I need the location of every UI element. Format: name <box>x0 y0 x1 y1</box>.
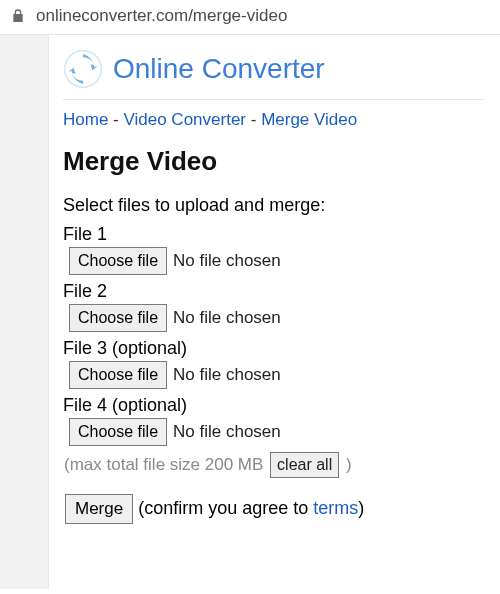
file-label: File 3 (optional) <box>63 338 484 359</box>
terms-link[interactable]: terms <box>313 498 358 518</box>
max-size-text: (max total file size 200 MB <box>64 455 268 474</box>
confirm-text-suffix: ) <box>358 498 364 518</box>
intro-text: Select files to upload and merge: <box>63 195 484 216</box>
breadcrumb-home[interactable]: Home <box>63 110 108 129</box>
file-label: File 2 <box>63 281 484 302</box>
file-status: No file chosen <box>173 251 281 271</box>
submit-row: Merge (confirm you agree to terms) <box>65 494 484 524</box>
file-label: File 4 (optional) <box>63 395 484 416</box>
file-status: No file chosen <box>173 365 281 385</box>
breadcrumb: Home - Video Converter - Merge Video <box>63 110 484 130</box>
address-bar: onlineconverter.com/merge-video <box>0 0 500 35</box>
file-label: File 1 <box>63 224 484 245</box>
choose-file-button[interactable]: Choose file <box>69 247 167 275</box>
lock-icon <box>10 8 26 24</box>
left-gutter <box>0 35 48 589</box>
refresh-arrows-icon <box>63 49 103 89</box>
max-size-suffix: ) <box>341 455 351 474</box>
breadcrumb-sep: - <box>246 110 261 129</box>
address-text: onlineconverter.com/merge-video <box>36 6 287 26</box>
confirm-text-prefix: (confirm you agree to <box>133 498 313 518</box>
file-status: No file chosen <box>173 308 281 328</box>
brand-title: Online Converter <box>113 53 325 85</box>
page-title: Merge Video <box>63 146 484 177</box>
file-status: No file chosen <box>173 422 281 442</box>
brand[interactable]: Online Converter <box>63 49 484 89</box>
choose-file-button[interactable]: Choose file <box>69 304 167 332</box>
merge-button[interactable]: Merge <box>65 494 133 524</box>
clear-all-button[interactable]: clear all <box>270 452 339 478</box>
divider <box>63 99 484 100</box>
breadcrumb-video-converter[interactable]: Video Converter <box>123 110 246 129</box>
choose-file-button[interactable]: Choose file <box>69 361 167 389</box>
choose-file-button[interactable]: Choose file <box>69 418 167 446</box>
breadcrumb-merge-video[interactable]: Merge Video <box>261 110 357 129</box>
breadcrumb-sep: - <box>108 110 123 129</box>
max-size-line: (max total file size 200 MB clear all ) <box>64 452 484 478</box>
